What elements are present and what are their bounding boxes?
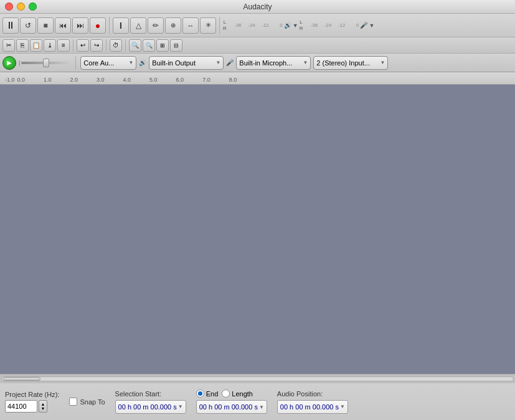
- ruler-mark-5: 5.0: [149, 77, 158, 83]
- rewind-button[interactable]: ↺: [20, 17, 36, 34]
- multi-tool-button[interactable]: ✳: [200, 17, 216, 34]
- audio-position-input[interactable]: 00 h 00 m 00.000 s ▼: [277, 400, 348, 414]
- lr-label-right: L R: [300, 19, 303, 31]
- zoom-out-button[interactable]: 🔍: [143, 39, 155, 52]
- selection-end-value: 00 h 00 m 00.000 s: [199, 403, 258, 411]
- channel-selector[interactable]: 2 (Stereo) Input... ▼: [313, 56, 388, 70]
- scroll-track[interactable]: [1, 376, 514, 381]
- host-label: Core Au...: [83, 59, 114, 67]
- project-rate-input[interactable]: 44100 ▲ ▼: [5, 400, 59, 413]
- separator-1: [109, 17, 110, 34]
- time-ruler: -1.0 0.0 1.0 2.0 3.0 4.0 5.0 6.0 7.0 8.0: [0, 72, 515, 85]
- db-scale-left: -36 -24 -12 0: [228, 17, 283, 34]
- right-vu-area: 🔊 ▼: [284, 22, 298, 29]
- separator-6: [75, 56, 76, 70]
- channel-arrow-icon: ▼: [380, 60, 385, 65]
- end-radio[interactable]: [196, 389, 204, 398]
- copy-button[interactable]: ⎘: [16, 39, 29, 52]
- selection-start-value: 00 h 00 m 00.000 s: [118, 403, 177, 411]
- left-vu-area: L R -36 -24 -12 0: [223, 17, 283, 34]
- zoom-sel-button[interactable]: ⊟: [170, 39, 182, 52]
- snap-to-group: Snap To: [69, 398, 105, 406]
- ruler-mark-3: 3.0: [97, 77, 105, 83]
- maximize-button[interactable]: [29, 2, 37, 11]
- pause-button[interactable]: ⏸: [2, 17, 19, 34]
- cut-button[interactable]: ✂: [2, 39, 15, 52]
- input-icon: 🎤: [226, 59, 234, 66]
- zoom-fit-button[interactable]: ⊞: [156, 39, 169, 52]
- separator-5: [125, 39, 126, 52]
- audio-position-arrow[interactable]: ▼: [340, 404, 345, 409]
- mic-icon: 🎤: [360, 22, 367, 29]
- ruler-mark-8: 8.0: [229, 77, 237, 83]
- output-arrow-icon: ▼: [215, 60, 220, 65]
- toolbar-row2: ✂ ⎘ 📋 ⤓ ≡ ↩ ↪ ⏱ 🔍 🔍 ⊞ ⊟: [0, 37, 515, 54]
- project-rate-field[interactable]: 44100: [5, 400, 37, 413]
- time-shift-button[interactable]: ↔: [182, 17, 199, 34]
- stop-button[interactable]: ■: [37, 17, 54, 34]
- close-button[interactable]: [5, 2, 13, 11]
- selection-end-arrow[interactable]: ▼: [259, 404, 264, 410]
- scroll-thumb[interactable]: [3, 377, 40, 381]
- length-radio-item[interactable]: Length: [222, 389, 253, 398]
- input-selector[interactable]: Built-in Microph... ▼: [236, 56, 311, 70]
- envelope-tool-button[interactable]: △: [130, 17, 146, 34]
- host-arrow-icon: ▼: [128, 60, 133, 65]
- selection-end-input[interactable]: 00 h 00 m 00.000 s ▼: [196, 400, 267, 414]
- length-radio[interactable]: [222, 389, 230, 398]
- ruler-mark-2: 2.0: [70, 77, 78, 83]
- silence-button[interactable]: ≡: [57, 39, 70, 52]
- audio-position-value: 00 h 00 m 00.000 s: [280, 403, 339, 411]
- host-selector[interactable]: Core Au... ▼: [80, 56, 136, 70]
- zoom-in-button[interactable]: ⊕: [165, 17, 181, 34]
- length-radio-label: Length: [232, 390, 253, 398]
- project-rate-spinner[interactable]: ▲ ▼: [39, 400, 47, 413]
- paste-button[interactable]: 📋: [30, 39, 42, 52]
- speed-slider[interactable]: |: [19, 60, 71, 66]
- skip-start-button[interactable]: ⏮: [55, 17, 71, 34]
- draw-tool-button[interactable]: ✏: [148, 17, 164, 34]
- horizontal-scrollbar[interactable]: [0, 374, 515, 383]
- speaker-icon: 🔊: [284, 22, 291, 29]
- audio-position-group: Audio Position: 00 h 00 m 00.000 s ▼: [277, 390, 348, 414]
- ruler-inner: -1.0 0.0 1.0 2.0 3.0 4.0 5.0 6.0 7.0 8.0: [0, 77, 515, 83]
- selection-start-arrow[interactable]: ▼: [178, 404, 183, 409]
- ruler-mark-4: 4.0: [123, 77, 131, 83]
- ruler-mark-1: 1.0: [44, 77, 52, 83]
- db-scale-right: -36 -24 -12 0: [304, 17, 359, 34]
- end-length-group: End Length 00 h 00 m 00.000 s ▼: [196, 389, 267, 414]
- end-radio-item[interactable]: End: [196, 389, 219, 398]
- sync-button[interactable]: ⏱: [110, 39, 122, 52]
- undo-button[interactable]: ↩: [77, 39, 89, 52]
- radio-group: End Length: [196, 389, 267, 398]
- title-bar: Audacity: [0, 0, 515, 14]
- toolbar-row3: ▶ | Core Au... ▼ 🔊 Built-in Output ▼ 🎤 B…: [0, 54, 515, 72]
- trim-button[interactable]: ⤓: [44, 39, 56, 52]
- speed-track: [21, 62, 71, 64]
- ruler-mark-neg1: -1.0: [5, 77, 15, 83]
- ruler-mark-6: 6.0: [176, 77, 184, 83]
- redo-button[interactable]: ↪: [90, 39, 103, 52]
- record-button[interactable]: ●: [90, 17, 106, 34]
- channel-label: 2 (Stereo) Input...: [316, 59, 370, 67]
- minimize-button[interactable]: [17, 2, 25, 11]
- window-controls: [5, 2, 37, 11]
- window-title: Audacity: [243, 2, 272, 11]
- zoom-in-2-button[interactable]: 🔍: [129, 39, 141, 52]
- skip-end-button[interactable]: ⏭: [72, 17, 88, 34]
- speed-thumb[interactable]: [43, 59, 49, 67]
- playback-volume-arrow: ▼: [293, 22, 298, 29]
- selection-start-group: Selection Start: 00 h 00 m 00.000 s ▼: [115, 390, 186, 414]
- snap-to-checkbox[interactable]: [69, 398, 77, 406]
- selection-start-input[interactable]: 00 h 00 m 00.000 s ▼: [115, 400, 186, 414]
- end-radio-label: End: [206, 390, 219, 398]
- input-arrow-icon: ▼: [303, 60, 308, 65]
- output-selector[interactable]: Built-in Output ▼: [149, 56, 224, 70]
- main-canvas: [0, 85, 515, 374]
- lr-label-left: L R: [223, 19, 227, 31]
- select-tool-button[interactable]: I: [113, 17, 129, 34]
- toolbar-row1: ⏸ ↺ ■ ⏮ ⏭ ● I △ ✏ ⊕ ↔ ✳ L R -36 -24 -12 …: [0, 14, 515, 37]
- play-button[interactable]: ▶: [2, 56, 16, 70]
- input-volume-arrow: ▼: [369, 22, 374, 29]
- ruler-mark-7: 7.0: [202, 77, 210, 83]
